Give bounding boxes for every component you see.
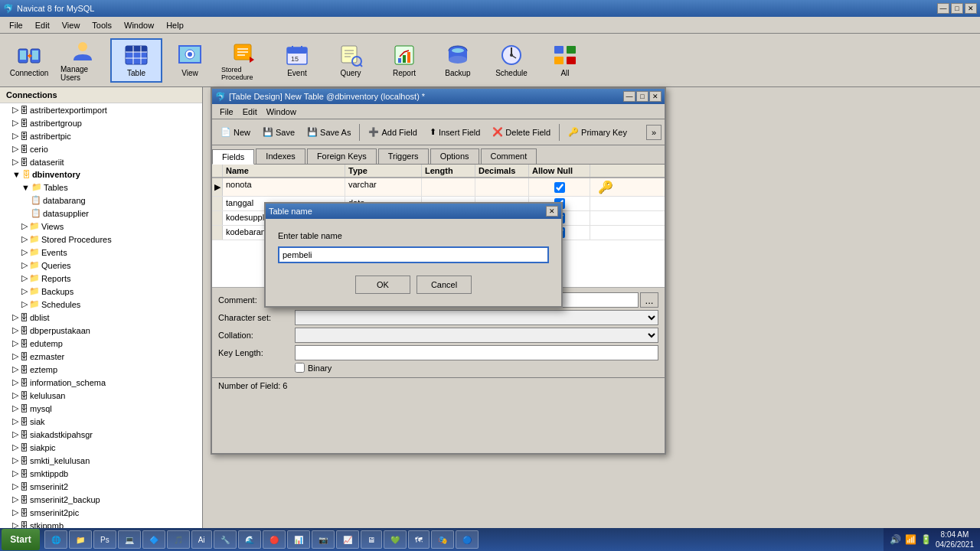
backup-icon [446, 43, 470, 67]
smktippdb-icon: 🗄 [20, 469, 28, 478]
sp-folder-icon: 📁 [29, 234, 40, 244]
sidebar-item-reports[interactable]: ▷ 📁 Reports [0, 272, 202, 285]
tables-label: Tables [44, 183, 68, 192]
dblist-expand: ▷ [12, 312, 18, 322]
taskbar-app-14[interactable]: 🖥 [361, 530, 382, 549]
menu-window[interactable]: Window [118, 19, 160, 31]
toolbar-view[interactable]: View [164, 38, 216, 83]
title-bar-left: 🐬 Navicat 8 for MySQL [3, 4, 94, 14]
sidebar-item-dbinventory[interactable]: ▼ 🗄 dbinventory [0, 168, 202, 181]
taskbar-app-3[interactable]: Ps [93, 530, 116, 549]
sidebar-item-databarang[interactable]: 📋 databarang [0, 194, 202, 207]
events-label: Events [41, 248, 67, 257]
sidebar-item-smkti-kelulusan[interactable]: ▷ 🗄 smkti_kelulusan [0, 454, 202, 467]
taskbar-app-13[interactable]: 📈 [336, 530, 359, 549]
maximize-button[interactable]: □ [951, 3, 963, 14]
backups-folder-icon: 📁 [29, 286, 40, 296]
taskbar-app-16[interactable]: 🗺 [408, 530, 430, 549]
sidebar-item-siak[interactable]: ▷ 🗄 siak [0, 415, 202, 428]
sidebar-item-cerio[interactable]: ▷ 🗄 cerio [0, 142, 202, 155]
sidebar-item-smserinit2pic[interactable]: ▷ 🗄 smserinit2pic [0, 506, 202, 519]
taskbar-app-1[interactable]: 🌐 [44, 530, 67, 549]
ezmaster-label: ezmaster [30, 352, 64, 361]
folder-expand: ▼ [21, 183, 30, 192]
sidebar-item-stored-procedures[interactable]: ▷ 📁 Stored Procedures [0, 233, 202, 246]
sidebar-item-views[interactable]: ▷ 📁 Views [0, 220, 202, 233]
sidebar-item-astribertpic[interactable]: ▷ 🗄 astribertpic [0, 129, 202, 142]
toolbar-query[interactable]: Query [325, 38, 377, 83]
smserb-label: smserinit2_backup [30, 495, 100, 504]
taskbar-app-15[interactable]: 💚 [384, 530, 407, 549]
taskbar-app-7[interactable]: Ai [191, 530, 212, 549]
sidebar-item-datasupplier[interactable]: 📋 datasupplier [0, 207, 202, 220]
toolbar-manage-users[interactable]: Manage Users [57, 38, 109, 83]
sidebar-item-eztemp[interactable]: ▷ 🗄 eztemp [0, 363, 202, 376]
db-icon5: 🗄 [20, 158, 28, 167]
toolbar-report[interactable]: Report [378, 38, 430, 83]
taskbar-app-4[interactable]: 💻 [118, 530, 141, 549]
sidebar-item-dbperpustakaan[interactable]: ▷ 🗄 dbperpustakaan [0, 324, 202, 337]
sidebar-item-backups[interactable]: ▷ 📁 Backups [0, 285, 202, 298]
taskbar-app-9[interactable]: 🌊 [238, 530, 261, 549]
toolbar-event[interactable]: 15 Event [271, 38, 323, 83]
sidebar-item-schedules[interactable]: ▷ 📁 Schedules [0, 298, 202, 311]
sidebar-item-dataseriit[interactable]: ▷ 🗄 dataseriit [0, 155, 202, 168]
dialog-ok-button[interactable]: OK [355, 276, 410, 294]
taskbar-app-6[interactable]: 🎵 [167, 530, 190, 549]
db-label5: dataseriit [30, 158, 64, 167]
sidebar-item-information-schema[interactable]: ▷ 🗄 information_schema [0, 376, 202, 389]
toolbar-all[interactable]: All [539, 38, 591, 83]
menu-file[interactable]: File [3, 19, 29, 31]
sidebar-item-astribertexportimport[interactable]: ▷ 🗄 astribertexportimport [0, 103, 202, 116]
start-button[interactable]: Start [2, 529, 40, 550]
sidebar-item-queries[interactable]: ▷ 📁 Queries [0, 259, 202, 272]
dialog-cancel-button[interactable]: Cancel [416, 276, 472, 294]
close-button[interactable]: ✕ [965, 3, 977, 14]
all-label: All [560, 69, 569, 77]
sidebar-item-siakpic[interactable]: ▷ 🗄 siakpic [0, 441, 202, 454]
toolbar-backup[interactable]: Backup [432, 38, 484, 83]
toolbar-schedule[interactable]: Schedule [485, 38, 537, 83]
taskbar-app-10[interactable]: 🔴 [263, 530, 286, 549]
sidebar-item-smserinit2[interactable]: ▷ 🗄 smserinit2 [0, 480, 202, 493]
taskbar-app-18[interactable]: 🔵 [456, 530, 479, 549]
taskbar-app-8[interactable]: 🔧 [214, 530, 237, 549]
sidebar-item-edutemp[interactable]: ▷ 🗄 edutemp [0, 337, 202, 350]
menu-view[interactable]: View [56, 19, 87, 31]
menu-tools[interactable]: Tools [86, 19, 118, 31]
taskbar-app-2[interactable]: 📁 [69, 530, 92, 549]
events-folder-icon: 📁 [29, 247, 40, 257]
sidebar-item-mysql[interactable]: ▷ 🗄 mysql [0, 402, 202, 415]
smserp-expand: ▷ [12, 507, 18, 517]
sidebar-item-tables[interactable]: ▼ 📁 Tables [0, 181, 202, 194]
table-name-input[interactable] [278, 246, 549, 263]
sidebar-item-siakadstkipahsgr[interactable]: ▷ 🗄 siakadstkipahsgr [0, 428, 202, 441]
kel-expand: ▷ [12, 390, 18, 400]
sidebar-item-events[interactable]: ▷ 📁 Events [0, 246, 202, 259]
schedules-expand: ▷ [21, 299, 28, 309]
manage-users-label: Manage Users [60, 65, 105, 82]
dblist-label: dblist [30, 313, 50, 322]
siakads-label: siakadstkipahsgr [30, 430, 93, 439]
minimize-button[interactable]: — [937, 3, 949, 14]
sidebar-item-dblist[interactable]: ▷ 🗄 dblist [0, 311, 202, 324]
toolbar-stored-procedure[interactable]: Stored Procedure [217, 38, 270, 83]
sidebar-item-smserinit2-backup[interactable]: ▷ 🗄 smserinit2_backup [0, 493, 202, 506]
menu-edit[interactable]: Edit [29, 19, 56, 31]
sidebar-item-smktippdb[interactable]: ▷ 🗄 smktippdb [0, 467, 202, 480]
svg-line-31 [360, 64, 362, 67]
sidebar-item-astribertgroup[interactable]: ▷ 🗄 astribertgroup [0, 116, 202, 129]
sidebar-item-ezmaster[interactable]: ▷ 🗄 ezmaster [0, 350, 202, 363]
taskbar-app-5[interactable]: 🔷 [142, 530, 165, 549]
db-icon4: 🗄 [20, 145, 28, 154]
taskbar-app-17[interactable]: 🎭 [431, 530, 454, 549]
taskbar-app-12[interactable]: 📷 [312, 530, 335, 549]
toolbar-connection[interactable]: Connection [3, 38, 55, 83]
menu-help[interactable]: Help [160, 19, 190, 31]
taskbar-app-11[interactable]: 📊 [287, 530, 310, 549]
toolbar-table[interactable]: Table [110, 38, 162, 83]
dialog-close-button[interactable]: ✕ [546, 206, 558, 217]
sidebar-item-kelulusan[interactable]: ▷ 🗄 kelulusan [0, 389, 202, 402]
db-label6: dbinventory [32, 170, 80, 179]
taskbar-icon-6: 🎵 [174, 536, 183, 544]
